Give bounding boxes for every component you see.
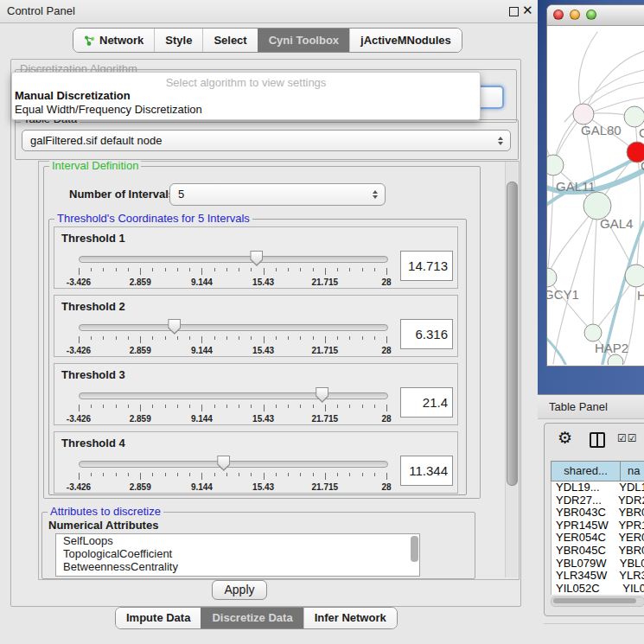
network-edge[interactable]	[547, 277, 593, 333]
table-hscrollbar-track[interactable]	[551, 596, 644, 607]
settings-scrollbar-thumb[interactable]	[507, 182, 518, 486]
threshold-label: Threshold 3	[61, 368, 125, 381]
number-of-intervals-combobox[interactable]: 5	[169, 183, 386, 206]
axis-tick-label: 28	[381, 482, 391, 492]
threshold-1-slider[interactable]: -3.4262.8599.14415.4321.71528	[79, 253, 386, 286]
network-node-label: GCY1	[547, 287, 579, 302]
network-node-label: GAL80	[581, 123, 622, 137]
tab-impute-data[interactable]: Impute Data	[116, 608, 201, 628]
slider-thumb-icon[interactable]	[217, 456, 230, 471]
axis-tick-label: 2.859	[130, 414, 151, 424]
network-canvas[interactable]: GAL80GAL11GAL4GCY1HAP2GCH	[547, 25, 644, 365]
network-node[interactable]	[573, 104, 594, 124]
split-columns-icon[interactable]	[590, 432, 605, 448]
threshold-label: Threshold 4	[61, 437, 125, 450]
checkboxes-icon[interactable]: ☑☑	[617, 432, 638, 444]
table-cell: YBR0	[615, 507, 644, 520]
threshold-3-slider[interactable]: -3.4262.8599.14415.4321.71528	[79, 390, 386, 423]
thresholds-group-label: Threshold's Coordinates for 5 Intervals	[54, 213, 252, 225]
network-edge[interactable]	[593, 206, 597, 333]
threshold-1-panel: Threshold 1-3.4262.8599.14415.4321.71528…	[54, 226, 458, 289]
attribute-item-betweennesscentrality[interactable]: BetweennessCentrality	[56, 560, 419, 573]
table-row[interactable]: YBL079WYBL0	[552, 558, 644, 571]
slider-thumb-icon[interactable]	[316, 387, 328, 403]
numerical-attributes-list[interactable]: SelfLoopsTopologicalCoefficientBetweenne…	[55, 533, 420, 577]
tab-style[interactable]: Style	[154, 29, 202, 52]
threshold-4-value-field[interactable]: 11.344	[400, 456, 453, 486]
table-row[interactable]: YLR345WYLR3	[552, 570, 644, 583]
attribute-item-topologicalcoefficient[interactable]: TopologicalCoefficient	[56, 547, 419, 560]
slider-track	[79, 324, 388, 331]
table-row[interactable]: YBR043CYBR0	[552, 507, 644, 520]
tab-cyni-toolbox[interactable]: Cyni Toolbox	[258, 29, 349, 52]
app-root: Control Panel ✕ NetworkStyleSelectCyni T…	[0, 0, 644, 644]
axis-tick-label: 9.144	[191, 346, 213, 355]
tab-discretize-data[interactable]: Discretize Data	[201, 608, 303, 628]
slider-thumb-icon[interactable]	[168, 319, 181, 335]
algorithm-placeholder-option[interactable]: Select algorithm to view settings	[12, 73, 480, 89]
tab-select[interactable]: Select	[202, 29, 257, 52]
table-cell: YIL0	[620, 583, 644, 595]
table-column-header-1[interactable]: shared...	[551, 461, 621, 481]
algorithm-option-list: Manual DiscretizationEqual Width/Frequen…	[12, 89, 480, 116]
network-node[interactable]	[624, 106, 644, 127]
threshold-2-value-field[interactable]: 6.316	[400, 319, 453, 349]
threshold-1-value-field[interactable]: 14.713	[400, 251, 453, 281]
tab-network[interactable]: Network	[73, 29, 154, 52]
network-edge[interactable]	[547, 165, 553, 277]
table-column-header-2[interactable]: na	[621, 461, 644, 481]
table-cell: YDL19...	[552, 481, 616, 494]
network-node[interactable]	[547, 268, 557, 287]
slider-track	[79, 392, 388, 399]
threshold-label: Threshold 1	[61, 232, 125, 245]
axis-tick-label: 9.144	[191, 414, 213, 424]
list-scrollbar[interactable]	[411, 536, 418, 562]
network-window-titlebar[interactable]	[547, 5, 644, 26]
network-node-label: C	[641, 158, 644, 173]
axis-tick-label: 15.43	[252, 346, 274, 355]
axis-tick-label: -3.426	[67, 277, 91, 287]
axis-tick-label: 9.144	[191, 482, 213, 492]
close-icon[interactable]: ✕	[522, 3, 533, 18]
slider-axis-labels: -3.4262.8599.14415.4321.71528	[79, 277, 386, 288]
axis-tick-label: 2.859	[130, 277, 151, 287]
table-row[interactable]: YIL052CYIL0	[552, 583, 644, 595]
threshold-4-slider[interactable]: -3.4262.8599.14415.4321.71528	[79, 458, 386, 491]
tab-label: Discretize Data	[212, 609, 292, 628]
table-row[interactable]: YDL19...YDL1	[552, 481, 644, 494]
algorithm-option-equal-width-frequency-discretization[interactable]: Equal Width/Frequency Discretization	[12, 103, 480, 117]
slider-thumb-icon[interactable]	[250, 251, 263, 266]
table-row[interactable]: YPR145WYPR1	[552, 520, 644, 532]
table-panel-title: Table Panel	[549, 395, 608, 418]
table-row[interactable]: YDR27...YDR2	[552, 494, 644, 507]
close-traffic-light-icon[interactable]	[553, 10, 564, 20]
number-of-intervals-value: 5	[178, 184, 184, 204]
table-row[interactable]: YBR045CYBR0	[552, 545, 644, 558]
algorithm-option-manual-discretization[interactable]: Manual Discretization	[12, 89, 480, 103]
network-node[interactable]	[547, 155, 564, 175]
table-cell: YDL1	[616, 481, 644, 494]
table-hscrollbar-thumb[interactable]	[553, 598, 636, 603]
table-data-selected-value: galFiltered.sif default node	[30, 131, 162, 150]
table-data-combobox[interactable]: galFiltered.sif default node	[22, 130, 511, 151]
table-row[interactable]: YER054CYER0	[552, 532, 644, 545]
attribute-item-selfloops[interactable]: SelfLoops	[56, 534, 419, 547]
table-rows: YDL19...YDL1YDR27...YDR2YBR043CYBR0YPR14…	[551, 481, 644, 595]
network-node[interactable]	[584, 324, 602, 341]
slider-ticks	[79, 473, 386, 481]
algorithm-dropdown-popup: Select algorithm to view settings Manual…	[11, 72, 481, 120]
float-icon[interactable]	[509, 7, 519, 16]
zoom-traffic-light-icon[interactable]	[586, 10, 596, 20]
tab-jactivemnodules[interactable]: jActiveMNodules	[349, 29, 462, 52]
tab-infer-network[interactable]: Infer Network	[303, 608, 397, 628]
table-cell: YBL079W	[552, 558, 617, 571]
gear-icon[interactable]: ⚙	[558, 428, 572, 447]
apply-button[interactable]: Apply	[212, 580, 267, 600]
network-edge-highlighted[interactable]	[547, 335, 565, 364]
minimize-traffic-light-icon[interactable]	[570, 10, 580, 20]
network-node-label: GAL4	[600, 216, 633, 231]
threshold-2-slider[interactable]: -3.4262.8599.14415.4321.71528	[79, 322, 386, 354]
threshold-3-value-field[interactable]: 21.4	[400, 387, 453, 418]
table-cell: YDR27...	[552, 494, 615, 507]
network-node[interactable]	[625, 265, 644, 287]
